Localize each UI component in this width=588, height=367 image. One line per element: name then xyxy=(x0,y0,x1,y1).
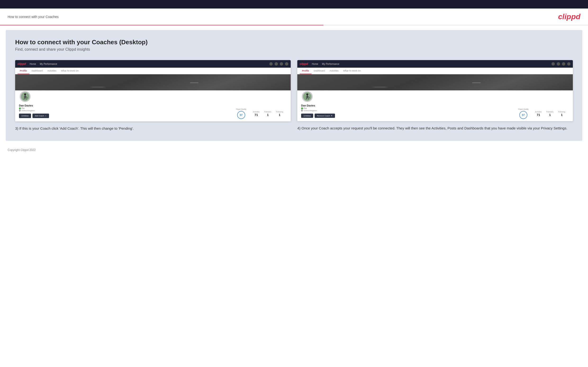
svg-point-7 xyxy=(19,108,21,109)
mock-profile-location-left: United Kingdom xyxy=(19,109,35,112)
mock-tabs-right: Profile Dashboard Activities What To Wor… xyxy=(297,68,573,74)
screenshot-col-right: clippd Home My Performance Profile Dashb… xyxy=(297,60,573,131)
avatar-right xyxy=(301,90,313,103)
globe-icon-right xyxy=(567,62,571,66)
tab-activities-left[interactable]: Activities xyxy=(45,68,59,74)
svg-rect-10 xyxy=(307,95,308,98)
search-icon-right xyxy=(552,62,555,66)
page-heading: How to connect with your Coaches (Deskto… xyxy=(15,39,573,46)
svg-point-15 xyxy=(301,108,303,109)
mock-browser-left: clippd Home My Performance Profile Dashb… xyxy=(15,60,291,121)
user-icon-left xyxy=(275,62,278,66)
mock-stat-activities-left: Activities 71 xyxy=(253,111,260,117)
mock-nav-icons-left xyxy=(269,62,288,66)
mock-quality-circle-left: 97 xyxy=(237,111,245,119)
add-coach-button-left[interactable]: Add Coach ＋ xyxy=(33,114,49,118)
svg-point-9 xyxy=(306,93,308,95)
mock-stat-followers-right: Followers 1 xyxy=(546,111,553,117)
mock-logo-right: clippd xyxy=(300,62,308,66)
mock-browser-right: clippd Home My Performance Profile Dashb… xyxy=(297,60,573,121)
unfollow-button-left[interactable]: Unfollow xyxy=(19,114,31,118)
mock-profile-location-right: United Kingdom xyxy=(301,109,317,112)
description-right: 4) Once your Coach accepts your request … xyxy=(297,125,573,131)
mock-avatar-wrapper-left xyxy=(19,90,287,103)
mock-stats-left: Player Quality 97 Activities 71 Follower… xyxy=(236,108,283,119)
header: How to connect with your Coaches clippd xyxy=(0,8,588,25)
tab-profile-right[interactable]: Profile xyxy=(300,68,311,74)
screenshots-row: clippd Home My Performance Profile Dashb… xyxy=(15,60,573,131)
unfollow-button-right[interactable]: Unfollow xyxy=(301,114,313,118)
copyright: Copyright Clippd 2022 xyxy=(8,148,36,152)
logo: clippd xyxy=(558,12,580,21)
settings-icon-left xyxy=(280,62,283,66)
svg-rect-2 xyxy=(25,95,26,98)
remove-coach-button-right[interactable]: Remove Coach ✕ xyxy=(315,114,335,118)
user-icon-right xyxy=(557,62,560,66)
mock-profile-role-right: Pro xyxy=(301,107,317,109)
mock-stat-activities-right: Activities 71 xyxy=(535,111,542,117)
main-content: How to connect with your Coaches (Deskto… xyxy=(6,30,582,141)
mock-profile-details-left: Dan Davies Pro United Kingdom xyxy=(19,104,35,112)
mock-nav-right: clippd Home My Performance xyxy=(297,60,573,68)
mock-nav-performance-left: My Performance xyxy=(40,63,57,65)
screenshot-col-left: clippd Home My Performance Profile Dashb… xyxy=(15,60,291,131)
mock-player-quality-right: Player Quality 97 xyxy=(518,108,528,119)
mock-stat-followers-left: Followers 1 xyxy=(264,111,271,117)
tab-activities-right[interactable]: Activities xyxy=(327,68,341,74)
mock-logo-left: clippd xyxy=(17,62,26,66)
tab-profile-left[interactable]: Profile xyxy=(17,68,29,74)
page-subheading: Find, connect and share your Clippd insi… xyxy=(15,47,573,52)
mock-profile-section-right: Dan Davies Pro United Kingdom xyxy=(297,90,573,121)
footer: Copyright Clippd 2022 xyxy=(0,146,588,155)
avatar-left xyxy=(19,90,31,103)
mock-nav-home-right: Home xyxy=(312,63,318,65)
mock-profile-name-right: Dan Davies xyxy=(301,104,317,107)
header-title: How to connect with your Coaches xyxy=(8,15,59,19)
svg-point-1 xyxy=(24,93,26,95)
mock-profile-role-left: Pro xyxy=(19,107,35,109)
mock-player-quality-left: Player Quality 97 xyxy=(236,108,246,119)
header-divider xyxy=(0,25,588,25)
mock-avatar-wrapper-right xyxy=(301,90,569,103)
search-icon-left xyxy=(269,62,273,66)
tab-dashboard-right[interactable]: Dashboard xyxy=(311,68,327,74)
mock-stats-right: Player Quality 97 Activities 71 Follower… xyxy=(518,108,565,119)
mock-tabs-left: Profile Dashboard Activities What To Wor… xyxy=(15,68,291,74)
mock-quality-circle-right: 97 xyxy=(519,111,527,119)
tab-what-to-work-on-right[interactable]: What To Work On xyxy=(341,68,363,74)
mock-profile-section-left: Dan Davies Pro United Kingdom xyxy=(15,90,291,121)
tab-what-to-work-on-left[interactable]: What To Work On xyxy=(59,68,81,74)
mock-profile-name-left: Dan Davies xyxy=(19,104,35,107)
top-bar xyxy=(0,0,588,8)
tab-dashboard-left[interactable]: Dashboard xyxy=(29,68,45,74)
mock-stat-following-right: Following 1 xyxy=(558,111,565,117)
settings-icon-right xyxy=(562,62,565,66)
globe-icon-left xyxy=(285,62,288,66)
mock-stat-following-left: Following 1 xyxy=(276,111,283,117)
mock-profile-details-right: Dan Davies Pro United Kingdom xyxy=(301,104,317,112)
mock-nav-left: clippd Home My Performance xyxy=(15,60,291,68)
description-left: 3) If this is your Coach click 'Add Coac… xyxy=(15,126,291,131)
mock-nav-icons-right xyxy=(552,62,571,66)
mock-nav-performance-right: My Performance xyxy=(322,63,339,65)
mock-nav-home-left: Home xyxy=(30,63,36,65)
